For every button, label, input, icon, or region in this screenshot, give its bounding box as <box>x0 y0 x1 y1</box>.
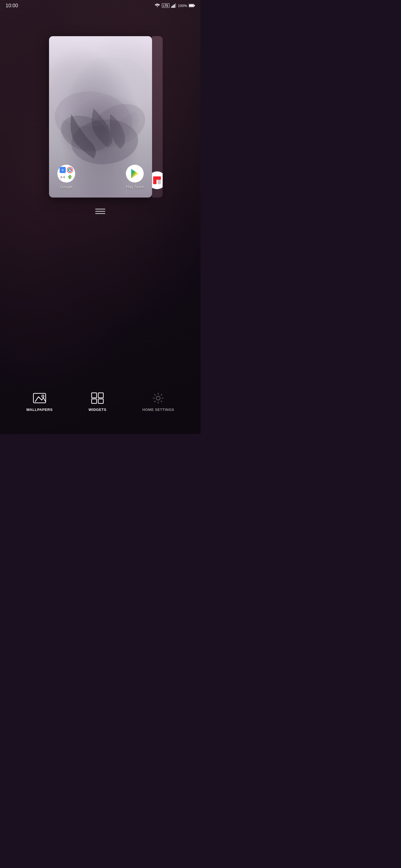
drag-handle-line-1 <box>95 209 105 210</box>
toolbar-home-settings[interactable]: HOME SETTINGS <box>142 392 174 412</box>
drag-handle[interactable] <box>95 209 105 214</box>
drag-handle-line-3 <box>95 213 105 214</box>
play-store-label: Play Store <box>125 185 144 189</box>
home-settings-icon <box>151 392 165 405</box>
google-chrome-mini <box>67 167 73 173</box>
google-icon-img: G <box>57 165 75 183</box>
home-settings-label: HOME SETTINGS <box>142 408 174 412</box>
status-time: 10:00 <box>6 3 18 9</box>
battery-icon <box>189 4 195 7</box>
panel-right-partial <box>152 36 163 197</box>
svg-marker-19 <box>131 169 138 178</box>
svg-rect-27 <box>92 399 97 403</box>
svg-rect-25 <box>92 393 97 398</box>
play-triangle-icon <box>131 169 139 178</box>
google-g-mini: G <box>60 167 66 173</box>
app-icon-play-store[interactable]: Play Store <box>125 165 144 189</box>
svg-point-24 <box>42 395 44 397</box>
svg-rect-21 <box>156 176 161 180</box>
drag-handle-line-2 <box>95 211 105 212</box>
panel-bottom: G <box>49 159 152 197</box>
play-store-icon-img <box>126 165 144 183</box>
widgets-icon <box>91 392 104 405</box>
svg-rect-26 <box>98 393 103 398</box>
svg-rect-1 <box>172 5 173 8</box>
wifi-icon <box>154 3 160 8</box>
google-label: Google <box>60 185 73 189</box>
status-icons: LTE 100% <box>154 3 195 8</box>
panels-container: G <box>0 36 200 197</box>
svg-rect-28 <box>98 399 103 403</box>
panel-main[interactable]: G <box>49 36 152 197</box>
bottom-toolbar: WALLPAPERS WIDGETS HOME SETTINGS <box>0 386 200 417</box>
signal-icon <box>171 3 176 8</box>
toolbar-widgets[interactable]: WIDGETS <box>89 392 106 412</box>
wallpapers-icon <box>33 392 46 405</box>
google-maps-mini <box>67 174 73 180</box>
lte-icon: LTE <box>162 3 170 8</box>
svg-point-14 <box>69 169 71 171</box>
svg-rect-22 <box>157 180 161 184</box>
app-icon-google[interactable]: G <box>57 165 75 189</box>
wallpapers-label: WALLPAPERS <box>26 408 53 412</box>
svg-rect-3 <box>175 3 176 8</box>
svg-rect-6 <box>194 5 195 6</box>
svg-rect-0 <box>171 6 172 8</box>
svg-rect-5 <box>189 4 194 7</box>
google-gmail-mini <box>60 174 66 180</box>
battery-percent: 100% <box>178 4 187 8</box>
oneplus-icon-partial <box>152 172 163 189</box>
toolbar-wallpapers[interactable]: WALLPAPERS <box>26 392 53 412</box>
svg-rect-2 <box>174 4 175 8</box>
svg-point-29 <box>156 396 160 400</box>
status-bar: 10:00 LTE 100% <box>0 0 200 11</box>
widgets-label: WIDGETS <box>89 408 106 412</box>
